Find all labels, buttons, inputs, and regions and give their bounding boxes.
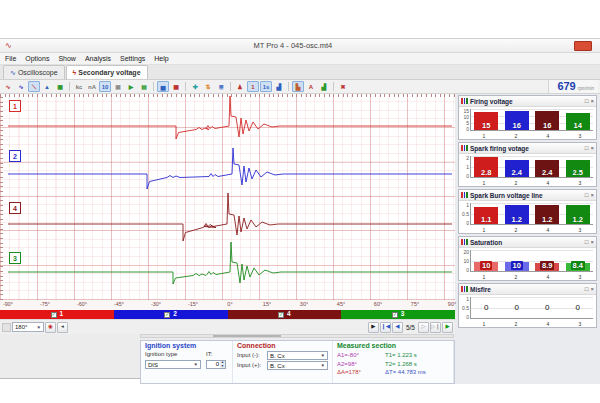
first-frame-button[interactable]: ❙◀ [380, 322, 391, 333]
play-forward-button[interactable]: ▶ [442, 322, 453, 333]
menu-settings[interactable]: Settings [120, 55, 145, 62]
rotation-select[interactable]: 180° ▼ [12, 322, 44, 332]
panel-header[interactable]: Firing voltage□× [459, 96, 596, 107]
panel-header[interactable]: Misfire□× [459, 284, 596, 295]
panel-buttons: □× [585, 286, 594, 292]
toolbar-icon-23[interactable]: ▟ [318, 81, 330, 92]
spinner-arrows-icon[interactable]: ▲▼ [220, 361, 225, 368]
value-bar: 2.8 [474, 157, 498, 177]
panel-restore-button[interactable]: □ [585, 239, 589, 245]
panel-close-button[interactable]: × [590, 286, 594, 292]
y-tick-label: 1 [461, 297, 469, 302]
panel-title: Spark firing votage [470, 145, 529, 152]
x-label: 2 [515, 321, 518, 327]
scope-column: 1243 -90°-75°-60°-45°-30°-15°0°15°30°45°… [0, 94, 455, 384]
panel-close-button[interactable]: × [590, 98, 594, 104]
cylinder-segment-2[interactable]: ✓2 [114, 310, 228, 319]
channel-label-3[interactable]: 3 [9, 252, 21, 264]
y-tick-label: 1 [461, 165, 469, 170]
panel-restore-button[interactable]: □ [585, 286, 589, 292]
menu-file[interactable]: File [5, 55, 16, 62]
menu-show[interactable]: Show [58, 55, 76, 62]
toolbar-icon-10[interactable]: ▶ [125, 81, 137, 92]
input-plus-select[interactable]: B. Cx ▼ [267, 361, 328, 370]
toolbar-icon-18[interactable]: 1 [247, 81, 259, 92]
toolbar-icon-11[interactable]: ▤ [138, 81, 150, 92]
menu-help[interactable]: Help [154, 55, 168, 62]
scrollbar-thumb[interactable] [213, 335, 281, 337]
panel-close-button[interactable]: × [590, 192, 594, 198]
tab-secondary-voltage[interactable]: ϟSecondary voltage [66, 65, 148, 79]
panel-close-button[interactable]: × [590, 145, 594, 151]
close-button[interactable] [574, 41, 592, 51]
toolbar-icon-1[interactable]: ∿ [2, 81, 14, 92]
toolbar-icon-22[interactable]: A [305, 81, 317, 92]
panel-restore-button[interactable]: □ [585, 98, 589, 104]
checkbox-icon[interactable]: ✓ [278, 312, 284, 318]
toolbar-icon-21[interactable]: ▙ [292, 81, 304, 92]
toolbar-icon-12[interactable]: ▅ [157, 81, 169, 92]
y-axis-labels: 210 [461, 156, 470, 179]
sync-marker-button[interactable]: ◉ [45, 322, 56, 333]
scroll-left-button[interactable]: ◂ [57, 322, 68, 333]
x-label: 4 [547, 274, 550, 280]
panel-restore-button[interactable]: □ [585, 145, 589, 151]
toolbar-icon-13[interactable]: ▦ [170, 81, 182, 92]
channel-label-1[interactable]: 1 [9, 100, 21, 112]
input-minus-select[interactable]: B. Cx ▼ [267, 351, 328, 360]
it-spinner[interactable]: 0 ▲▼ [206, 360, 226, 369]
oscilloscope-canvas[interactable]: 1243 [0, 94, 455, 301]
panel-close-button[interactable]: × [590, 239, 594, 245]
x-label: 2 [515, 133, 518, 139]
checkbox-icon[interactable]: ✓ [392, 312, 398, 318]
toolbar-icon-9[interactable]: ▣ [112, 81, 124, 92]
x-axis-tick: -15° [188, 301, 198, 307]
toolbar-icon-8[interactable]: 10 [99, 81, 111, 92]
toolbar-icon-15[interactable]: ⇅ [202, 81, 214, 92]
segment-number: 3 [401, 311, 405, 318]
x-axis-tick: -60° [77, 301, 87, 307]
toolbar-icon-19[interactable]: 1s [260, 81, 272, 92]
x-label: 2 [515, 180, 518, 186]
cylinder-segment-1[interactable]: ✓1 [0, 310, 114, 319]
toolbar-icon-7[interactable]: nA [86, 81, 98, 92]
toolbar-icon-14[interactable]: ✚ [189, 81, 201, 92]
y-tick-label: 0.5 [461, 212, 469, 217]
menu-options[interactable]: Options [25, 55, 49, 62]
checkbox-icon[interactable]: ✓ [51, 312, 57, 318]
value-bar: 1.2 [505, 205, 529, 224]
measured-section-group: Measured section A1=-80° T1= 1.223 s A2=… [333, 341, 454, 383]
cylinder-segment-4[interactable]: ✓4 [228, 310, 342, 319]
title-bar[interactable]: ∿ MT Pro 4 - 045-osc.mt4 [0, 39, 600, 53]
x-label: 1 [483, 321, 486, 327]
toolbar-icon-6[interactable]: kc [73, 81, 85, 92]
toolbar-icon-5[interactable]: ▦ [54, 81, 66, 92]
next-frame-button[interactable]: ▷ [418, 322, 429, 333]
last-frame-button[interactable]: ▷❙ [430, 322, 441, 333]
panel-header[interactable]: Spark Burn voltage line□× [459, 190, 596, 201]
x-labels: 1243 [459, 273, 596, 281]
saturation-icon [461, 239, 468, 245]
toolbar-icon-24[interactable]: ✖ [337, 81, 349, 92]
toolbar-icon-3[interactable]: ⟍ [28, 81, 40, 92]
checkbox-icon[interactable]: ✓ [164, 312, 170, 318]
toolbar-icon-17[interactable]: ♟ [234, 81, 246, 92]
toolbar-icon-20[interactable]: ▟ [273, 81, 285, 92]
ignition-type-select[interactable]: DIS ▼ [145, 360, 201, 369]
tab-oscilloscope[interactable]: ∿Oscilloscope [3, 65, 65, 79]
channel-label-4[interactable]: 4 [9, 202, 21, 214]
horizontal-scrollbar[interactable] [140, 334, 454, 338]
cylinder-segment-3[interactable]: ✓3 [341, 310, 455, 319]
toolbar-icon-4[interactable]: ▲ [41, 81, 53, 92]
cylinder-segment-bar: ✓1✓2✓4✓3 [0, 310, 455, 319]
panel-header[interactable]: Spark firing votage□× [459, 143, 596, 154]
measured-section-header: Measured section [337, 342, 449, 350]
toolbar-icon-2[interactable]: ∿ [15, 81, 27, 92]
play-button[interactable]: ▶ [368, 322, 379, 333]
menu-analysis[interactable]: Analysis [85, 55, 111, 62]
panel-header[interactable]: Saturation□× [459, 237, 596, 248]
channel-label-2[interactable]: 2 [9, 150, 21, 162]
toolbar-icon-16[interactable]: ≣ [215, 81, 227, 92]
panel-restore-button[interactable]: □ [585, 192, 589, 198]
prev-frame-button[interactable]: ◀ [392, 322, 403, 333]
